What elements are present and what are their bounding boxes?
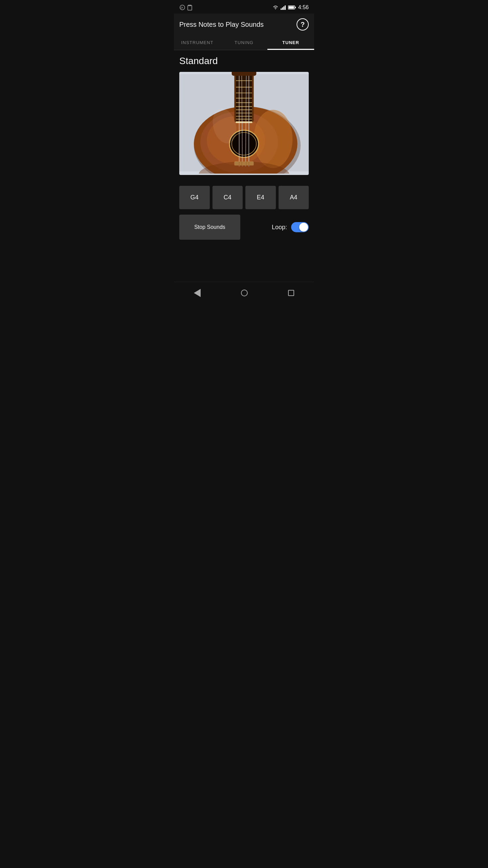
toggle-track (291, 222, 309, 232)
note-btn-g4[interactable]: G4 (179, 186, 210, 209)
status-bar-left: ⟳ (179, 4, 192, 11)
svg-point-18 (254, 110, 293, 168)
help-button[interactable]: ? (297, 18, 309, 31)
status-bar-right: 4:56 (272, 4, 309, 11)
svg-rect-4 (189, 5, 190, 6)
ukulele-svg (179, 72, 309, 174)
tab-tuner[interactable]: TUNER (267, 35, 314, 50)
tab-tuning[interactable]: TUNING (221, 35, 267, 50)
note-btn-a4[interactable]: A4 (279, 186, 309, 209)
tab-bar: INSTRUMENT TUNING TUNER (174, 35, 314, 50)
toggle-thumb (299, 223, 308, 232)
loop-label: Loop: (272, 224, 287, 231)
battery-icon (288, 5, 296, 10)
wifi-icon (272, 5, 279, 10)
svg-rect-36 (236, 121, 252, 123)
stop-sounds-button[interactable]: Stop Sounds (179, 215, 240, 240)
tab-instrument[interactable]: INSTRUMENT (174, 35, 221, 50)
instrument-image (179, 72, 309, 175)
sync-icon: ⟳ (179, 4, 185, 11)
svg-rect-8 (283, 6, 284, 10)
svg-rect-6 (281, 8, 282, 10)
nav-bar (174, 282, 314, 304)
svg-rect-11 (295, 7, 296, 8)
nav-home-button[interactable] (233, 287, 256, 299)
svg-rect-25 (236, 72, 252, 121)
back-icon (194, 289, 201, 297)
note-btn-c4[interactable]: C4 (212, 186, 243, 209)
signal-icon (281, 5, 286, 10)
svg-rect-7 (282, 7, 283, 10)
note-btn-e4[interactable]: E4 (245, 186, 276, 209)
status-bar: ⟳ 4:56 (174, 0, 314, 14)
header-title: Press Notes to Play Sounds (179, 21, 264, 28)
sd-card-icon (187, 4, 192, 11)
svg-text:⟳: ⟳ (181, 6, 183, 9)
svg-rect-3 (188, 5, 189, 6)
svg-rect-9 (285, 5, 286, 10)
tuning-label: Standard (174, 50, 314, 69)
status-time: 4:56 (298, 4, 309, 11)
loop-control: Loop: (272, 222, 309, 232)
svg-rect-46 (232, 72, 257, 76)
nav-back-button[interactable] (186, 286, 209, 300)
bottom-controls: Stop Sounds Loop: (174, 215, 314, 245)
recent-icon (288, 290, 294, 296)
svg-rect-2 (188, 5, 192, 10)
svg-rect-12 (288, 6, 294, 9)
home-icon (241, 290, 248, 296)
svg-rect-5 (190, 5, 191, 6)
nav-recent-button[interactable] (280, 287, 302, 299)
loop-toggle[interactable] (291, 222, 309, 232)
app-header: Press Notes to Play Sounds ? (174, 14, 314, 35)
note-buttons: G4 C4 E4 A4 (174, 180, 314, 215)
